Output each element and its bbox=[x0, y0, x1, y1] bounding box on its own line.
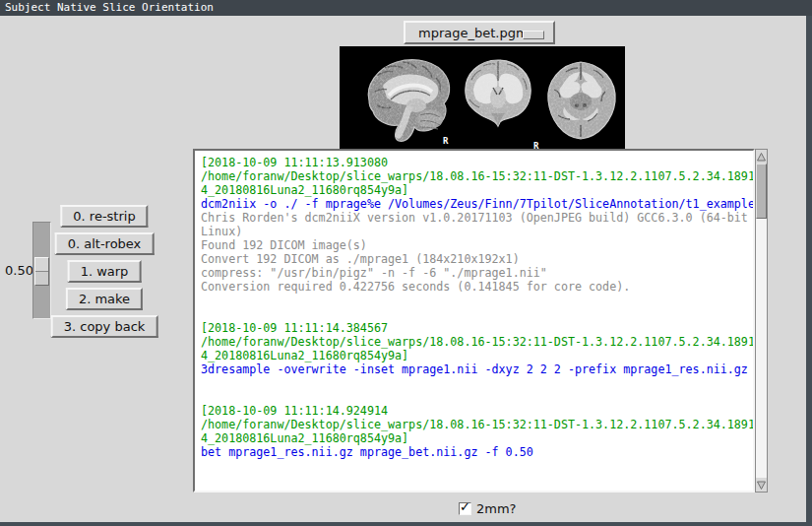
bet-threshold-value: 0.50 bbox=[5, 263, 34, 278]
log-text-area[interactable]: [2018-10-09 11:11:13.913080/home/foranw/… bbox=[193, 149, 755, 493]
log-line: /home/foranw/Desktop/slice_warps/18.08.1… bbox=[201, 418, 751, 431]
scrollbar-trough[interactable] bbox=[756, 164, 767, 478]
scrollbar-up-arrow[interactable] bbox=[756, 150, 767, 164]
log-line: /home/foranw/Desktop/slice_warps/18.08.1… bbox=[201, 335, 751, 349]
log-line: 4_20180816Luna2_11680rq854y9a] bbox=[201, 183, 751, 197]
log-line: /home/foranw/Desktop/slice_warps/18.08.1… bbox=[201, 169, 751, 183]
window-edge-right bbox=[806, 16, 812, 526]
log-line: bet mprage1_res.nii.gz mprage_bet.nii.gz… bbox=[201, 445, 751, 459]
resample-2mm-checkbox[interactable]: ✓ 2mm? bbox=[459, 501, 517, 516]
log-line bbox=[201, 294, 751, 307]
brain-slices-image: R R bbox=[340, 46, 625, 150]
log-line: dcm2niix -o ./ -f mprage%e /Volumes/Zeus… bbox=[201, 197, 751, 211]
button-alt-robex[interactable]: 0. alt-robex bbox=[55, 232, 155, 255]
scrollbar-down-arrow[interactable] bbox=[756, 478, 767, 492]
app-window: Subject Native Slice Orientation mprage_… bbox=[0, 0, 812, 526]
dropdown-indicator-icon bbox=[523, 31, 544, 39]
log-line: 3dresample -overwrite -inset mprage1.nii… bbox=[201, 362, 751, 376]
log-scrollbar[interactable] bbox=[755, 149, 768, 493]
button-copy-back[interactable]: 3. copy back bbox=[51, 315, 158, 338]
window-edge-bottom bbox=[0, 522, 812, 526]
log-line bbox=[201, 307, 751, 321]
scrollbar-thumb[interactable] bbox=[756, 164, 767, 219]
log-frame: [2018-10-09 11:11:13.913080/home/foranw/… bbox=[193, 149, 768, 493]
log-line: 4_20180816Luna2_11680rq854y9a] bbox=[201, 349, 751, 362]
button-make[interactable]: 2. make bbox=[66, 288, 143, 310]
window-title: Subject Native Slice Orientation bbox=[5, 1, 214, 14]
log-line: [2018-10-09 11:11:14.924914 bbox=[201, 404, 751, 418]
brain-slice-viewer: R R bbox=[340, 46, 625, 150]
log-line: [2018-10-09 11:11:14.384567 bbox=[201, 321, 751, 335]
checkbox-box[interactable]: ✓ bbox=[459, 502, 471, 515]
arrow-up-icon bbox=[757, 153, 766, 162]
orientation-label-r1: R bbox=[443, 136, 449, 146]
bet-threshold-slider[interactable] bbox=[32, 222, 51, 319]
volume-select-dropdown[interactable]: mprage_bet.pgm bbox=[404, 21, 555, 44]
log-line: Chris Rorden's dcm2niiX version v1.0.201… bbox=[201, 211, 751, 225]
checkbox-label: 2mm? bbox=[476, 501, 517, 516]
button-re-strip[interactable]: 0. re-strip bbox=[60, 205, 148, 228]
button-warp[interactable]: 1. warp bbox=[68, 260, 142, 283]
log-line: Convert 192 DICOM as ./mprage1 (184x210x… bbox=[201, 252, 751, 266]
log-line: [2018-10-09 11:11:13.913080 bbox=[201, 156, 751, 169]
log-line: Found 192 DICOM image(s) bbox=[201, 238, 751, 252]
window-titlebar: Subject Native Slice Orientation bbox=[0, 0, 812, 16]
volume-select-value: mprage_bet.pgm bbox=[418, 26, 529, 40]
slider-handle[interactable] bbox=[34, 257, 49, 286]
log-line: Conversion required 0.422756 seconds (0.… bbox=[201, 280, 751, 294]
log-line: Linux) bbox=[201, 225, 751, 238]
log-line bbox=[201, 390, 751, 404]
log-line bbox=[201, 376, 751, 390]
checkmark-icon: ✓ bbox=[460, 500, 470, 514]
arrow-down-icon bbox=[757, 481, 766, 490]
log-line: compress: "/usr/bin/pigz" -n -f -6 "./mp… bbox=[201, 266, 751, 280]
log-line: 4_20180816Luna2_11680rq854y9a] bbox=[201, 431, 751, 445]
